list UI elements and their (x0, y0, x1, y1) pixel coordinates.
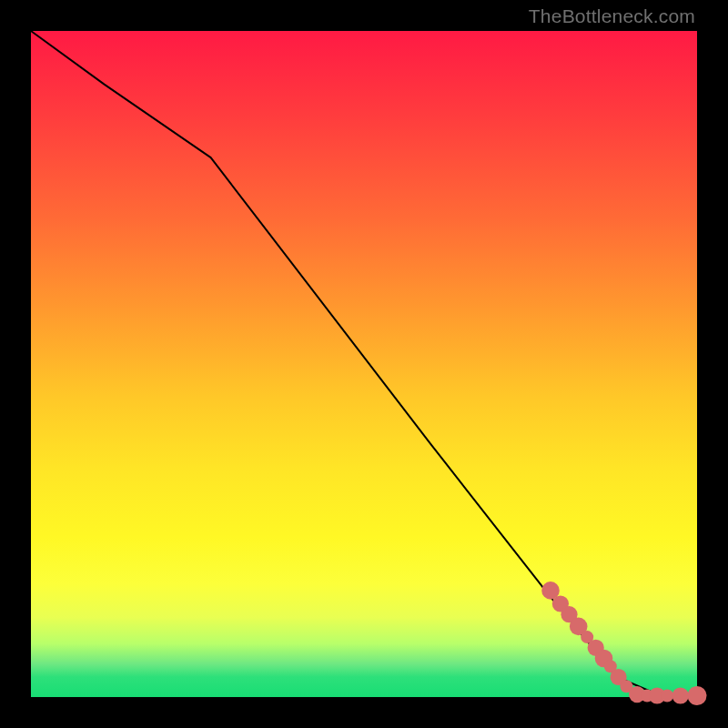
data-marker (688, 686, 707, 705)
chart-frame: TheBottleneck.com (0, 0, 728, 728)
curve-line (31, 31, 697, 697)
data-marker (672, 687, 689, 703)
watermark-text: TheBottleneck.com (529, 5, 695, 27)
curve-markers (541, 581, 706, 705)
data-marker (661, 690, 673, 703)
chart-overlay (31, 31, 697, 697)
